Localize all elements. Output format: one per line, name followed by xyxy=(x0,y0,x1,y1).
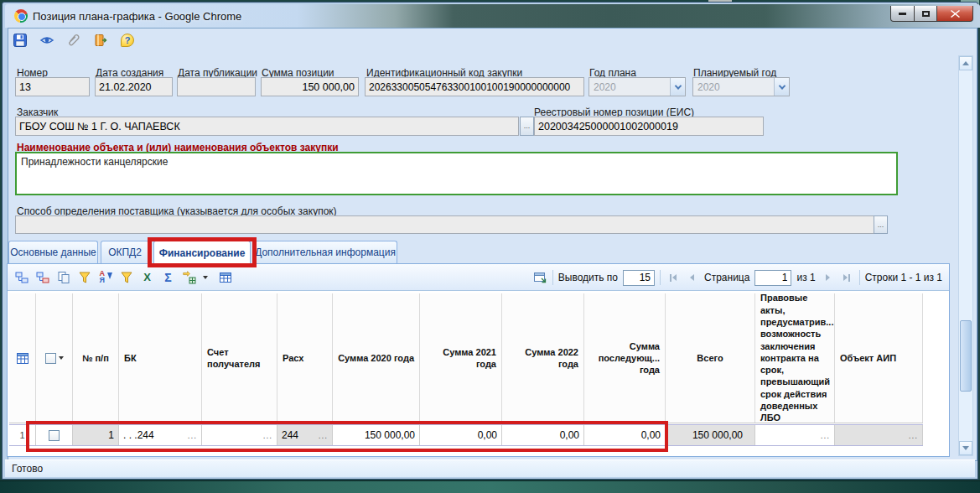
column-label: Сумма последующ... года xyxy=(589,340,660,376)
filter-icon xyxy=(120,271,133,284)
last-page-button[interactable] xyxy=(840,271,854,285)
created-field[interactable] xyxy=(95,77,173,96)
column-header-total[interactable]: Всего xyxy=(666,293,755,423)
export-arrow-icon xyxy=(183,271,196,284)
amount-field[interactable] xyxy=(261,77,359,96)
vertical-scrollbar[interactable] xyxy=(958,55,973,456)
preview-button[interactable] xyxy=(39,32,55,49)
page-number-input[interactable] xyxy=(754,270,791,286)
first-page-icon xyxy=(672,274,677,281)
page-label: Страница xyxy=(704,272,749,283)
page-size-input[interactable] xyxy=(623,270,655,286)
export-menu-caret[interactable] xyxy=(203,276,208,279)
grid-settings-button[interactable] xyxy=(218,270,232,284)
sort-button[interactable]: А Я xyxy=(98,270,112,284)
registry-field[interactable] xyxy=(534,117,764,136)
column-label: Объект АИП xyxy=(840,352,896,364)
save-button[interactable] xyxy=(12,32,29,49)
restore-button[interactable] xyxy=(915,6,937,22)
refresh-columns-button[interactable] xyxy=(533,271,547,285)
cell-total: 150 000,00 xyxy=(666,425,755,445)
column-header-account[interactable]: Счет получателя xyxy=(202,293,277,423)
paperclip-icon xyxy=(66,33,81,48)
minimize-button[interactable] xyxy=(890,6,915,22)
export-excel-button[interactable]: X xyxy=(140,270,154,284)
cell-aip[interactable]: ... xyxy=(835,425,923,445)
legal-acts-lookup-button[interactable]: ... xyxy=(821,431,830,440)
cell-legal-acts[interactable]: ... xyxy=(755,425,835,445)
first-page-button[interactable] xyxy=(666,271,680,285)
delete-row-button[interactable] xyxy=(35,270,49,284)
column-label: Счет получателя xyxy=(207,346,272,371)
object-name-textarea[interactable]: Принадлежности канцелярские xyxy=(15,152,898,195)
column-header-bk[interactable]: БК xyxy=(119,293,202,423)
plan-year-dropdown-button[interactable] xyxy=(670,78,685,96)
excel-icon: X xyxy=(143,271,151,283)
column-label: Всего xyxy=(697,352,723,364)
column-header-gutter[interactable] xyxy=(9,293,36,423)
sigma-icon: Σ xyxy=(164,271,171,284)
status-bar: Готово xyxy=(5,459,975,477)
restore-icon xyxy=(922,11,930,17)
rows-info: Строки 1 - 1 из 1 xyxy=(865,272,942,283)
tab-okpd2[interactable]: ОКПД2 xyxy=(101,241,149,263)
column-header-sum-2022[interactable]: Сумма 2022 года xyxy=(502,293,584,423)
eye-icon xyxy=(39,33,54,48)
arrow-up-icon xyxy=(962,61,969,65)
planned-year-dropdown-button[interactable] xyxy=(774,78,789,96)
select-menu-caret[interactable] xyxy=(59,356,64,360)
select-all-checkbox[interactable] xyxy=(45,353,56,364)
column-header-sum-2020[interactable]: Сумма 2020 года xyxy=(333,293,420,423)
annotation-box-financing-tab xyxy=(148,237,257,267)
published-field[interactable] xyxy=(177,77,256,96)
help-button[interactable]: ? xyxy=(119,32,136,49)
ikz-field[interactable] xyxy=(365,77,584,96)
plan-year-select[interactable]: 2020 xyxy=(589,77,686,96)
chevron-down-icon xyxy=(674,82,681,89)
title-bar[interactable]: Позиция плана-графика - Google Chrome xyxy=(5,4,980,28)
grid-toolbar: А Я X Σ xyxy=(8,264,949,291)
grid-pager: Выводить по Страница из 1 Строки 1 - 1 и… xyxy=(533,264,942,291)
number-field[interactable] xyxy=(15,77,90,96)
next-page-button[interactable] xyxy=(821,271,835,285)
column-header-npp[interactable]: № п/п xyxy=(73,293,119,423)
filter-by-selection-button[interactable] xyxy=(119,270,133,284)
copy-row-button[interactable] xyxy=(56,270,70,284)
column-header-select-all[interactable] xyxy=(36,293,73,423)
scroll-down-button[interactable] xyxy=(959,441,972,455)
customer-field[interactable] xyxy=(15,117,519,136)
page-total-label: из 1 xyxy=(796,272,815,283)
add-row-button[interactable] xyxy=(14,270,29,284)
desktop: Позиция плана-графика - Google Chrome xyxy=(0,0,980,493)
filter-icon xyxy=(78,271,91,284)
save-icon xyxy=(13,33,28,48)
minimize-icon xyxy=(899,13,906,15)
supplier-method-lookup-button[interactable]: ... xyxy=(874,215,888,234)
chrome-icon xyxy=(14,9,28,23)
column-header-sum-2021[interactable]: Сумма 2021 года xyxy=(420,293,502,423)
column-header-sum-next[interactable]: Сумма последующ... года xyxy=(584,293,666,423)
prev-page-icon xyxy=(690,274,694,281)
tab-main-data[interactable]: Основные данные xyxy=(8,241,98,263)
aip-lookup-button[interactable]: ... xyxy=(909,431,918,440)
scroll-up-button[interactable] xyxy=(959,56,972,70)
table-settings-icon xyxy=(219,271,232,284)
attach-button[interactable] xyxy=(65,32,82,49)
column-header-aip[interactable]: Объект АИП xyxy=(835,293,923,423)
column-header-legal-acts[interactable]: Правовые акты, предусматрив... возможнос… xyxy=(755,293,835,423)
customer-lookup-button[interactable]: ... xyxy=(520,117,534,136)
sum-button[interactable]: Σ xyxy=(161,270,175,284)
column-label: № п/п xyxy=(82,352,109,364)
column-header-rasx[interactable]: Расх xyxy=(277,293,333,423)
tab-additional-info[interactable]: Дополнительная информация xyxy=(253,241,397,263)
add-row-icon xyxy=(15,271,29,284)
export-button[interactable] xyxy=(182,270,196,284)
close-button[interactable] xyxy=(937,6,973,22)
filter-button[interactable] xyxy=(77,270,91,284)
prev-page-button[interactable] xyxy=(685,271,699,285)
exit-button[interactable] xyxy=(92,32,109,49)
supplier-method-field[interactable] xyxy=(15,215,888,234)
scrollbar-thumb[interactable] xyxy=(960,320,972,392)
planned-year-select[interactable]: 2020 xyxy=(692,77,790,96)
close-icon xyxy=(951,10,960,18)
